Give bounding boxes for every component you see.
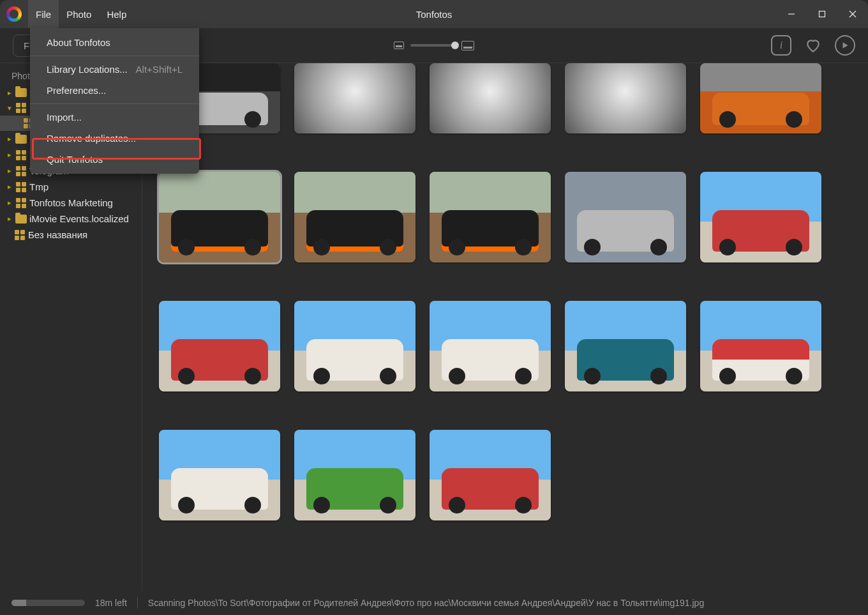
menu-separator xyxy=(30,56,199,56)
grid-icon xyxy=(16,166,26,176)
photo-thumbnail[interactable] xyxy=(700,172,821,262)
menubar-help[interactable]: Help xyxy=(99,0,134,28)
svg-marker-4 xyxy=(843,42,848,48)
thumbnail-size-slider[interactable] xyxy=(410,44,455,47)
favorite-button[interactable] xyxy=(803,35,823,56)
grid-icon xyxy=(16,150,26,160)
chevron-right-icon xyxy=(6,151,13,159)
folder-icon xyxy=(15,88,27,97)
chevron-right-icon xyxy=(6,135,13,143)
photo-thumbnail-selected[interactable] xyxy=(159,172,280,262)
photo-thumbnail[interactable] xyxy=(294,172,415,262)
chevron-down-icon xyxy=(6,104,13,112)
photo-thumbnail[interactable] xyxy=(565,301,686,391)
menu-separator xyxy=(30,103,199,104)
menu-quit-label: Quit Tonfotos xyxy=(47,154,103,165)
photo-thumbnail[interactable] xyxy=(430,172,551,262)
photo-thumbnail[interactable] xyxy=(294,63,415,133)
grid-row xyxy=(159,70,851,133)
menubar-file[interactable]: File xyxy=(28,0,59,28)
tree-label: Без названия xyxy=(28,229,87,240)
tree-item-tmp[interactable]: Tmp xyxy=(0,179,142,195)
photo-thumbnail[interactable] xyxy=(430,63,551,133)
menu-quit[interactable]: Quit Tonfotos xyxy=(30,149,199,170)
menubar-photo[interactable]: Photo xyxy=(59,0,99,28)
tree-label: Tmp xyxy=(29,181,49,192)
photo-thumbnail[interactable] xyxy=(159,301,280,391)
chevron-right-icon xyxy=(6,167,13,175)
grid-icon xyxy=(16,198,26,208)
status-bar: 18m left Scanning Photos\To Sort\Фотогра… xyxy=(0,591,868,615)
menu-preferences[interactable]: Preferences... xyxy=(30,80,199,101)
tree-label: iMovie Events.localized xyxy=(29,213,129,224)
status-text: Scanning Photos\To Sort\Фотографии от Ро… xyxy=(148,598,704,608)
menu-import[interactable]: Import... xyxy=(30,107,199,128)
menu-import-label: Import... xyxy=(47,112,82,123)
photo-thumbnail[interactable] xyxy=(294,301,415,391)
thumbnail-size-control xyxy=(394,41,474,50)
file-menu-dropdown: About Tonfotos Library Locations... Alt+… xyxy=(30,28,199,174)
minimize-button[interactable] xyxy=(776,0,807,28)
tree-item-untitled[interactable]: Без названия xyxy=(0,227,142,243)
grid-row xyxy=(159,172,851,262)
menu-preferences-label: Preferences... xyxy=(47,85,106,96)
folder-icon xyxy=(15,215,27,224)
chevron-right-icon xyxy=(6,215,13,223)
app-logo-icon xyxy=(6,6,22,22)
chevron-right-icon xyxy=(6,199,13,207)
tree-item-imovie[interactable]: iMovie Events.localized xyxy=(0,211,142,227)
info-button[interactable]: i xyxy=(771,35,791,56)
slideshow-button[interactable] xyxy=(835,35,855,56)
window-controls xyxy=(776,0,868,28)
thumb-small-icon xyxy=(394,42,404,49)
titlebar: File Photo Help Tonfotos xyxy=(0,0,868,28)
menu-remove-duplicates-label: Remove duplicates... xyxy=(47,133,136,144)
photo-thumbnail[interactable] xyxy=(294,430,415,520)
photo-grid-area xyxy=(142,63,868,591)
progress-bar xyxy=(11,600,85,606)
maximize-button[interactable] xyxy=(807,0,837,28)
photo-thumbnail[interactable] xyxy=(700,63,821,133)
tree-label: Tonfotos Markteting xyxy=(29,197,113,208)
photo-thumbnail[interactable] xyxy=(159,430,280,520)
status-separator xyxy=(137,597,138,609)
svg-rect-1 xyxy=(819,11,825,17)
folder-icon xyxy=(15,135,27,144)
menu-about[interactable]: About Tonfotos xyxy=(30,32,199,53)
photo-thumbnail[interactable] xyxy=(700,301,821,391)
status-time: 18m left xyxy=(95,598,127,608)
chevron-right-icon xyxy=(6,183,13,191)
close-button[interactable] xyxy=(837,0,868,28)
thumb-large-icon xyxy=(461,41,474,50)
photo-thumbnail[interactable] xyxy=(430,430,551,520)
menu-about-label: About Tonfotos xyxy=(47,37,110,48)
grid-icon xyxy=(15,230,25,240)
grid-row xyxy=(159,301,851,391)
menu-remove-duplicates[interactable]: Remove duplicates... xyxy=(30,128,199,149)
slider-knob[interactable] xyxy=(451,42,459,49)
menubar: File Photo Help xyxy=(28,0,134,28)
menu-library-label: Library Locations... xyxy=(47,64,128,75)
chevron-right-icon xyxy=(6,89,13,97)
photo-thumbnail[interactable] xyxy=(565,63,686,133)
grid-row xyxy=(159,430,851,520)
menu-library-shortcut: Alt+Shift+L xyxy=(136,64,183,75)
photo-thumbnail[interactable] xyxy=(430,301,551,391)
tree-item-marketing[interactable]: Tonfotos Markteting xyxy=(0,195,142,211)
grid-icon xyxy=(16,182,26,192)
photo-thumbnail[interactable] xyxy=(565,172,686,262)
progress-fill xyxy=(11,600,26,606)
menu-library-locations[interactable]: Library Locations... Alt+Shift+L xyxy=(30,59,199,80)
grid-icon xyxy=(16,103,26,113)
